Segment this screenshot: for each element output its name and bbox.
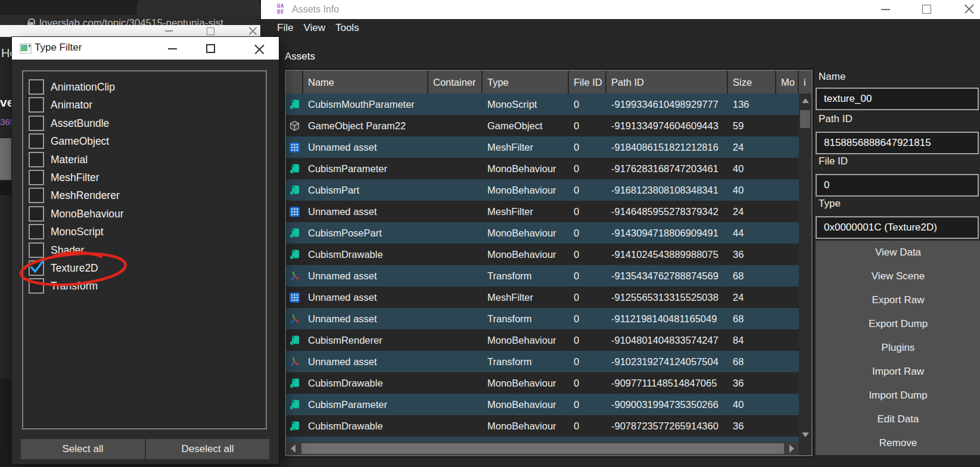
cell-container — [428, 308, 483, 329]
table-row[interactable]: CubismRendererMonoBehaviour0-91048014048… — [286, 329, 799, 351]
checkbox-unchecked[interactable] — [29, 116, 44, 131]
filter-item-meshrenderer[interactable]: MeshRenderer — [23, 186, 265, 204]
menu-item-file[interactable]: File — [277, 22, 293, 34]
table-row[interactable]: Unnamed assetMeshFilter0-914648595527837… — [286, 201, 799, 222]
column-header-path-id[interactable]: Path ID — [606, 71, 728, 94]
browser-image-fragment — [0, 138, 11, 180]
export-dump-button[interactable]: Export Dump — [816, 312, 980, 336]
close-icon[interactable] — [254, 45, 263, 54]
maximize-icon[interactable] — [206, 44, 215, 53]
filter-item-monoscript[interactable]: MonoScript — [23, 223, 265, 241]
scroll-right-icon[interactable] — [789, 444, 794, 453]
table-row[interactable]: Unnamed assetTransform0-9135434762788874… — [286, 265, 799, 287]
table-row[interactable]: Unnamed assetMeshFilter0-912556531331552… — [286, 287, 799, 308]
export-raw-button[interactable]: Export Raw — [816, 288, 980, 312]
cell-name: CubismParameter — [303, 394, 428, 415]
menu-item-view[interactable]: View — [303, 22, 325, 34]
filter-item-monobehaviour[interactable]: MonoBehaviour — [23, 205, 265, 223]
view-data-button[interactable]: View Data — [816, 241, 980, 264]
field-file-id-input[interactable] — [816, 174, 979, 197]
filter-item-transform[interactable]: Transform — [23, 277, 265, 295]
minimize-icon[interactable] — [881, 9, 890, 10]
table-row[interactable]: CubismDrawableMonoBehaviour0-90787235772… — [286, 415, 799, 437]
filter-item-animator[interactable]: Animator — [23, 96, 265, 114]
table-row[interactable]: Unnamed assetTransform0-9112198140481165… — [286, 308, 799, 329]
table-row[interactable]: CubismPartMonoBehaviour0-916812380810834… — [286, 179, 799, 201]
import-dump-button[interactable]: Import Dump — [816, 384, 980, 407]
table-row[interactable]: Unnamed assetMeshFilter0-918408615182121… — [286, 136, 799, 158]
table-row[interactable]: Unnamed assetTransform0-9102319274124057… — [286, 351, 799, 372]
filter-item-label: Transform — [51, 277, 98, 295]
tab-assets[interactable]: Assets — [285, 51, 315, 63]
checkbox-unchecked[interactable] — [29, 188, 44, 203]
filter-item-assetbundle[interactable]: AssetBundle — [23, 114, 265, 132]
vertical-scrollbar-thumb[interactable] — [800, 110, 810, 128]
checkbox-unchecked[interactable] — [29, 152, 44, 167]
checkbox-unchecked[interactable] — [29, 170, 44, 185]
vertical-scrollbar[interactable] — [799, 94, 811, 442]
field-name-input[interactable] — [816, 88, 979, 110]
column-header-size[interactable]: Size — [728, 71, 776, 94]
checkbox-unchecked[interactable] — [29, 133, 44, 149]
browser-dark-strip-lower — [0, 378, 12, 467]
filter-item-shader[interactable]: Shader — [23, 241, 265, 259]
field-path-id-label: Path ID — [819, 113, 853, 125]
close-icon[interactable] — [964, 5, 972, 13]
plugins-button[interactable]: Plugins — [816, 336, 980, 360]
filter-item-label: MonoScript — [51, 223, 104, 241]
select-all-button[interactable]: Select all — [21, 439, 145, 459]
cell-name: CubismMouthParameter — [303, 94, 428, 115]
column-header-mo[interactable]: Mo — [776, 71, 799, 94]
column-header-type[interactable]: Type — [483, 71, 569, 94]
cell-path_id: -9135434762788874569 — [606, 265, 728, 287]
field-type-input[interactable] — [816, 216, 979, 239]
horizontal-scrollbar-thumb[interactable] — [301, 443, 784, 454]
table-row[interactable]: CubismParameterMonoBehaviour0-9176283168… — [286, 158, 799, 179]
close-icon[interactable] — [248, 27, 256, 35]
cell-container — [428, 179, 483, 201]
column-header-file-id[interactable]: File ID — [569, 71, 606, 94]
checkbox-unchecked[interactable] — [29, 278, 44, 294]
scroll-up-icon[interactable] — [802, 98, 809, 103]
edit-data-button[interactable]: Edit Data — [816, 407, 980, 431]
filter-item-label: Shader — [51, 241, 84, 259]
maximize-icon[interactable] — [922, 5, 931, 14]
checkbox-unchecked[interactable] — [29, 97, 44, 113]
checkbox-unchecked[interactable] — [29, 224, 44, 239]
scroll-down-icon[interactable] — [802, 432, 809, 437]
cell-container — [428, 287, 483, 308]
filter-item-meshfilter[interactable]: MeshFilter — [23, 169, 265, 186]
maximize-icon[interactable] — [207, 27, 214, 35]
cell-container — [428, 115, 483, 136]
minimize-icon[interactable] — [165, 30, 173, 32]
table-row[interactable]: CubismMouthParameterMonoScript0-91993346… — [286, 94, 799, 115]
table-row[interactable]: CubismDrawableMonoBehaviour0-91410245438… — [286, 244, 799, 265]
deselect-all-button[interactable]: Deselect all — [146, 439, 269, 459]
column-header-container[interactable]: Container — [428, 71, 483, 94]
remove-button[interactable]: Remove — [816, 431, 980, 455]
menu-item-tools[interactable]: Tools — [335, 22, 359, 34]
table-row[interactable]: CubismPosePartMonoBehaviour0-91430947188… — [286, 222, 799, 244]
checkbox-unchecked[interactable] — [29, 206, 44, 222]
checkbox-checked[interactable] — [29, 260, 44, 276]
filter-item-material[interactable]: Material — [23, 151, 265, 169]
table-row[interactable]: CubismParameterMonoBehaviour0-9090031994… — [286, 394, 799, 415]
minimize-icon[interactable] — [168, 48, 177, 49]
checkbox-unchecked[interactable] — [29, 79, 44, 95]
checkbox-unchecked[interactable] — [29, 242, 44, 258]
filter-item-gameobject[interactable]: GameObject — [23, 132, 265, 150]
scroll-left-icon[interactable] — [291, 444, 295, 453]
assets-info-titlebar[interactable] — [261, 0, 980, 19]
import-raw-button[interactable]: Import Raw — [816, 360, 980, 384]
column-header-icon[interactable] — [286, 71, 303, 94]
table-row[interactable]: CubismDrawableMonoBehaviour0-90977111485… — [286, 372, 799, 394]
filter-item-animationclip[interactable]: AnimationClip — [23, 78, 265, 96]
table-row-partial[interactable] — [286, 437, 799, 442]
horizontal-scrollbar[interactable] — [286, 442, 799, 455]
column-header-name[interactable]: Name — [303, 71, 428, 94]
view-scene-button[interactable]: View Scene — [816, 264, 980, 288]
assets-table: NameContainerTypeFile IDPath IDSizeMoi C… — [285, 70, 813, 456]
filter-item-texture2d[interactable]: Texture2D — [23, 259, 265, 277]
table-row[interactable]: GameObject Param22GameObject0-9191334974… — [286, 115, 799, 136]
field-path-id-input[interactable] — [816, 132, 979, 154]
